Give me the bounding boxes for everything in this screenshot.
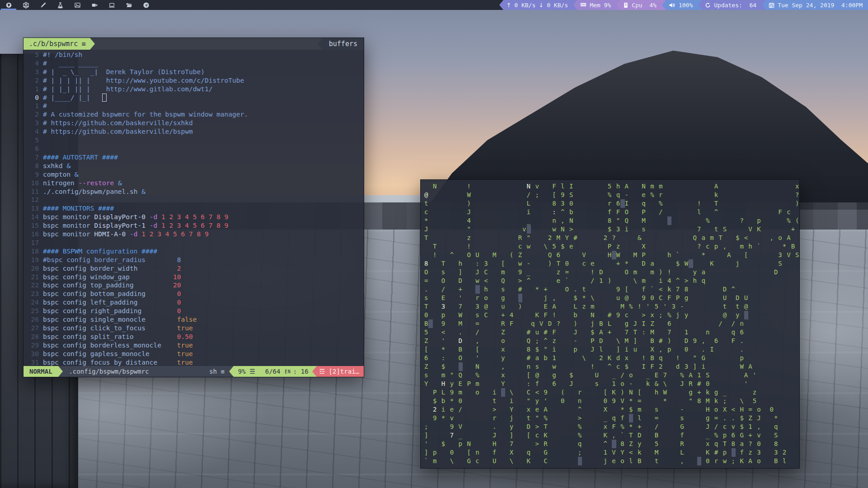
line-number: 5 bbox=[23, 136, 43, 145]
matrix-row: [ * B [ x 8 $ " i p J l ] i u X , p 0 . … bbox=[424, 345, 796, 354]
vim-filetype: sh ≡ bbox=[209, 366, 229, 377]
matrix-row: * 4 _ n , N 8 " Q M % ? p % ( j bbox=[424, 216, 796, 225]
line-number: 0 bbox=[23, 94, 43, 102]
code-line: 25bspc config right_padding 0 bbox=[23, 307, 364, 315]
line-number: 21 bbox=[23, 273, 43, 282]
line-number: 31 bbox=[23, 358, 43, 366]
vim-tab-bspwmrc[interactable]: .c/b/bspwmrc≡ bbox=[23, 38, 90, 50]
panel-status-segments: ↑0 KB/s↓0 KB/sMem 9%Cpu 4%100%Updates: 6… bbox=[499, 0, 868, 10]
code-line: 12 bbox=[23, 196, 364, 204]
ln-glyph: ℓ bbox=[284, 368, 287, 375]
calendar-icon bbox=[769, 2, 774, 8]
laptop-icon bbox=[108, 2, 115, 9]
matrix-row: T z R " 2 M Y # 2 ? & Q a m T $ < , o A … bbox=[424, 234, 796, 242]
workspace-dice-d20[interactable] bbox=[17, 0, 34, 10]
code-line: 19#bspc config border_radius 8 bbox=[23, 256, 364, 264]
whitespace-warning: ☲ [2]trai… bbox=[317, 366, 364, 377]
segment-arrow bbox=[698, 0, 702, 10]
code-line: 4# https://github.com/baskerville/bspwm bbox=[23, 127, 364, 136]
panel-segment-network[interactable]: ↑0 KB/s↓0 KB/s bbox=[503, 0, 573, 10]
workspace-paper-plane[interactable] bbox=[137, 0, 155, 10]
active-workspace-underline bbox=[1, 9, 16, 10]
speaker-icon bbox=[669, 2, 676, 8]
vim-buffer-content[interactable]: 5#! /bin/sh4# ____ _____3# | _ \_ _| Der… bbox=[23, 50, 364, 366]
segment-label: Tue Sep 24, 2019 4:00PM bbox=[778, 2, 863, 9]
line-number: 16 bbox=[23, 230, 43, 239]
matrix-row: O s ] J C m 9 _ z = ! D O m m ) ! y a D … bbox=[424, 268, 796, 277]
vim-tab-list-icon: ≡ bbox=[81, 40, 85, 48]
matrix-row: 5 < . / Z # u # F J $ A + 7 T : M 7 1 n … bbox=[424, 328, 796, 337]
line-number: 4 bbox=[23, 59, 43, 68]
top-panel: ↑0 KB/s↓0 KB/sMem 9%Cpu 4%100%Updates: 6… bbox=[0, 0, 868, 10]
code-line: 11./.config/bspwm/panel.sh & bbox=[23, 188, 364, 196]
terminal-window-cmatrix[interactable]: N ! N v F l I 5 h A N m m A x e I@ W / ;… bbox=[420, 179, 800, 469]
download-icon: ↓ bbox=[539, 2, 544, 9]
code-line: 5 bbox=[23, 136, 364, 145]
vim-mode-indicator: NORMAL bbox=[23, 366, 58, 377]
code-line: 1# bbox=[23, 102, 364, 110]
globe-pin-icon bbox=[5, 2, 12, 9]
code-line: 2# A customized bspwmrc for the bspwm wi… bbox=[23, 110, 364, 119]
matrix-row: ! ^ O U M ( Z Q 6 V H W M P h ` * A [ 3 … bbox=[424, 251, 796, 259]
workspace-pen[interactable] bbox=[34, 0, 52, 10]
matrix-row: P L 9 m o i \ C < 9 ( r [ K ) N [ h W g … bbox=[424, 388, 796, 397]
panel-segment-cpu[interactable]: Cpu 4% bbox=[620, 0, 662, 10]
segment-arrow bbox=[573, 0, 577, 10]
vim-file-path: .config/bspwm/bspwmrc bbox=[63, 366, 149, 377]
position-arrow bbox=[229, 366, 234, 377]
matrix-row: B 9 M = R F q V D ? ) j B L g J I Z 6 / … bbox=[424, 319, 796, 328]
panel-segment-memory[interactable]: Mem 9% bbox=[577, 0, 616, 10]
line-number: 18 bbox=[23, 247, 43, 256]
line-number: 2 bbox=[23, 110, 43, 119]
line-number: 29 bbox=[23, 341, 43, 350]
folder-icon bbox=[126, 2, 132, 9]
panel-segment-updates[interactable]: Updates: 64 bbox=[702, 0, 762, 10]
code-line: 4# ____ _____ bbox=[23, 59, 364, 68]
code-line: 9compton & bbox=[23, 170, 364, 179]
workspace-video-camera[interactable] bbox=[86, 0, 103, 10]
code-line: 8sxhkd & bbox=[23, 162, 364, 170]
code-line: 22bspc config top_padding 20 bbox=[23, 281, 364, 290]
segment-label: Updates: 64 bbox=[714, 2, 756, 9]
matrix-row: ' $ p N H 7 > R q ^ u 8 Z y 5 R x q T 8 … bbox=[424, 440, 796, 448]
pen-icon bbox=[40, 2, 47, 9]
line-number: 10 bbox=[23, 179, 43, 188]
terminal-window-vim[interactable]: .c/b/bspwmrc≡ buffers 5#! /bin/sh4# ____… bbox=[23, 38, 364, 377]
dice-d20-icon bbox=[23, 2, 29, 9]
buffers-arrow bbox=[318, 38, 323, 50]
workspace-globe-pin[interactable] bbox=[0, 0, 17, 10]
line-number: 14 bbox=[23, 213, 43, 221]
video-camera-icon bbox=[91, 2, 98, 9]
vim-tab-arrow bbox=[90, 38, 95, 50]
panel-segment-volume[interactable]: 100% bbox=[666, 0, 698, 10]
matrix-row: @ W / ; [ 9 S % q - e % r k ? T & bbox=[424, 191, 796, 199]
cpu-icon bbox=[623, 2, 629, 8]
code-line: 15bspc monitor DisplayPort-1 -d 1 2 3 4 … bbox=[23, 221, 364, 230]
workspace-image[interactable] bbox=[69, 0, 86, 10]
matrix-row: ; 9 V . y D > T % x F % * + / G J / c v … bbox=[424, 422, 796, 431]
ln-sub: N bbox=[288, 369, 291, 374]
vim-position-info: 9% ☰ 6/64 ℓN : 16 bbox=[234, 366, 312, 377]
segment-arrow bbox=[762, 0, 766, 10]
line-number: 4 bbox=[23, 127, 43, 136]
workspace-laptop[interactable] bbox=[103, 0, 120, 10]
code-line: 5#! /bin/sh bbox=[23, 51, 364, 59]
matrix-row: Y H y E P m Y : f 6 J s 1 o - k & \ J R … bbox=[424, 380, 796, 388]
code-line: 10nitrogen --restore & bbox=[23, 179, 364, 188]
panel-segment-clock[interactable]: Tue Sep 24, 2019 4:00PM bbox=[766, 0, 868, 10]
matrix-row: N ! N v F l I 5 h A N m m A x e I bbox=[424, 182, 796, 191]
line-number: 28 bbox=[23, 333, 43, 341]
line-number: 1 bbox=[23, 102, 43, 110]
line-number: 12 bbox=[23, 196, 43, 204]
line-number: 8 bbox=[23, 162, 43, 170]
workspace-folder[interactable] bbox=[120, 0, 137, 10]
refresh-icon bbox=[705, 2, 711, 8]
scroll-percent: 9% ☰ bbox=[238, 368, 255, 375]
matrix-row: 9 * v r j t " % > _ q f * l = s g = . . … bbox=[424, 414, 796, 422]
vim-tabline: .c/b/bspwmrc≡ buffers bbox=[23, 38, 364, 50]
matrix-row: Z $ [ N , n s w ! ^ c $ I F 2 d 3 ] i W … bbox=[424, 362, 796, 371]
line-number: 17 bbox=[23, 239, 43, 247]
workspace-flask[interactable] bbox=[52, 0, 69, 10]
matrix-row: 2 i e / > Y x e A ^ X * $ m s - H o X < … bbox=[424, 405, 796, 414]
matrix-row: . / + I h s # * + O . t 9 [ f ` < k 7 8 … bbox=[424, 285, 796, 294]
